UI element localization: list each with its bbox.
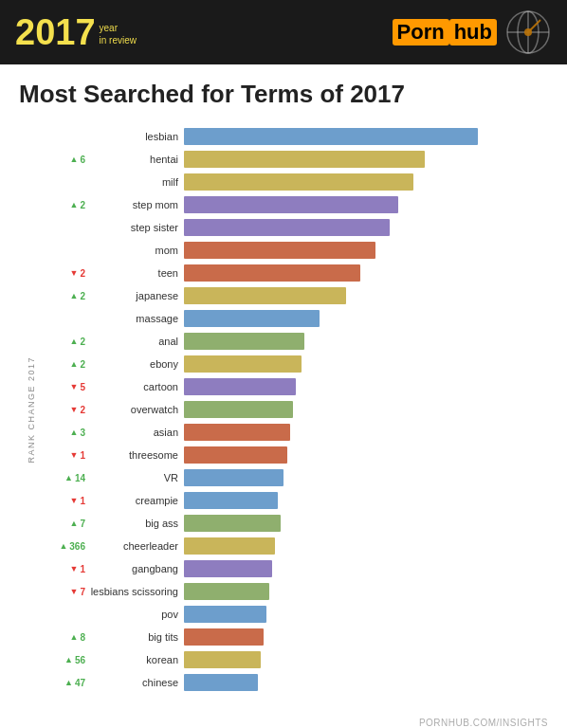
term-label: overwatch [89, 404, 184, 415]
bar [184, 219, 390, 236]
bar [184, 469, 284, 486]
term-label: korean [89, 654, 184, 665]
bar-wrap [184, 287, 548, 304]
change-cell: ▲7 [40, 519, 89, 529]
arrow-up-icon: ▲ [70, 519, 79, 528]
table-row: ▼2teen [40, 263, 548, 283]
bar [184, 560, 272, 577]
rank-change-number: 3 [80, 428, 85, 438]
rank-change-number: 8 [80, 632, 85, 643]
change-cell: ▼1 [40, 450, 89, 461]
term-label: threesome [89, 449, 184, 461]
term-label: gangbang [89, 563, 184, 574]
arrow-down-icon: ▼ [70, 268, 79, 278]
arrow-up-icon: ▲ [64, 473, 73, 482]
table-row: ▼5cartoon [40, 376, 548, 397]
rank-change-number: 7 [80, 587, 85, 597]
change-cell: ▲8 [40, 632, 89, 643]
bar-wrap [184, 219, 548, 236]
table-row: ▲2step mom [40, 194, 548, 215]
table-row: ▼2overwatch [40, 399, 548, 420]
bar-wrap [184, 401, 548, 418]
change-cell: ▲2 [40, 337, 89, 347]
term-label: ebony [89, 358, 184, 370]
term-label: lesbian [89, 131, 184, 142]
year-logo: 2017 year in review [15, 14, 137, 50]
table-row: ▲8big tits [40, 627, 548, 647]
logo-right: Pornhub [393, 9, 552, 56]
change-cell: ▲2 [40, 200, 89, 210]
rank-change-number: 1 [80, 496, 85, 506]
rank-change-number: 2 [80, 200, 85, 210]
rank-change-number: 5 [80, 382, 85, 392]
chart-rows: lesbian▲6hentaimilf▲2step momstep sister… [40, 126, 548, 693]
arrow-down-icon: ▼ [70, 496, 79, 505]
table-row: ▲2ebony [40, 354, 548, 374]
bar-wrap [184, 196, 548, 213]
bar [184, 196, 398, 213]
bar-wrap [184, 492, 548, 509]
change-cell: ▲2 [40, 291, 89, 301]
term-label: teen [89, 267, 184, 279]
change-cell: ▼1 [40, 496, 89, 506]
change-cell: ▲14 [40, 473, 89, 483]
rank-change-number: 1 [80, 450, 85, 461]
term-label: mom [89, 245, 184, 256]
rank-label: RANK CHANGE 2017 [27, 356, 36, 464]
bar [184, 173, 413, 191]
rank-change-number: 56 [75, 655, 85, 665]
bar [184, 537, 275, 555]
term-label: chinese [89, 677, 184, 688]
main-content: Most Searched for Terms of 2017 RANK CHA… [0, 64, 567, 712]
term-label: cartoon [89, 381, 184, 392]
globe-icon [504, 9, 552, 56]
bar [184, 606, 266, 623]
term-label: big tits [89, 631, 184, 643]
term-label: cheerleader [89, 540, 184, 552]
table-row: lesbian [40, 126, 548, 147]
bar-wrap [184, 242, 548, 259]
bar-wrap [184, 151, 548, 168]
arrow-up-icon: ▲ [64, 678, 73, 687]
change-cell: ▼7 [40, 587, 89, 597]
bar-wrap [184, 674, 548, 691]
bar-wrap [184, 583, 548, 600]
change-cell: ▲366 [40, 541, 89, 552]
arrow-up-icon: ▲ [70, 632, 79, 642]
arrow-up-icon: ▲ [70, 291, 79, 300]
bar [184, 401, 293, 418]
bar-wrap [184, 651, 548, 668]
year-number: 2017 [15, 14, 96, 50]
rank-change-number: 2 [80, 337, 85, 347]
term-label: milf [89, 176, 184, 188]
change-cell: ▼1 [40, 564, 89, 574]
bar [184, 378, 296, 395]
bar [184, 242, 375, 259]
footer: PORNHUB.COM/INSIGHTS [0, 712, 567, 728]
brand-word1: Porn [393, 19, 449, 46]
arrow-up-icon: ▲ [70, 337, 79, 346]
bar [184, 674, 258, 691]
bar [184, 287, 346, 304]
bar-wrap [184, 628, 548, 646]
arrow-down-icon: ▼ [70, 405, 79, 414]
bar-wrap [184, 537, 548, 555]
change-cell: ▼2 [40, 268, 89, 279]
table-row: ▲2japanese [40, 285, 548, 306]
table-row: massage [40, 308, 548, 329]
rank-change-number: 6 [80, 155, 85, 165]
arrow-down-icon: ▼ [70, 564, 79, 573]
bar [184, 583, 269, 600]
rank-change-number: 2 [80, 268, 85, 279]
bar-wrap [184, 515, 548, 532]
bar [184, 424, 290, 441]
table-row: ▼1creampie [40, 490, 548, 511]
table-row: ▲56korean [40, 649, 548, 670]
change-cell: ▲2 [40, 359, 89, 370]
term-label: japanese [89, 290, 184, 301]
bar-wrap [184, 446, 548, 464]
term-label: creampie [89, 495, 184, 506]
bar [184, 151, 425, 168]
rank-change-number: 2 [80, 405, 85, 415]
table-row: ▲6hentai [40, 149, 548, 170]
